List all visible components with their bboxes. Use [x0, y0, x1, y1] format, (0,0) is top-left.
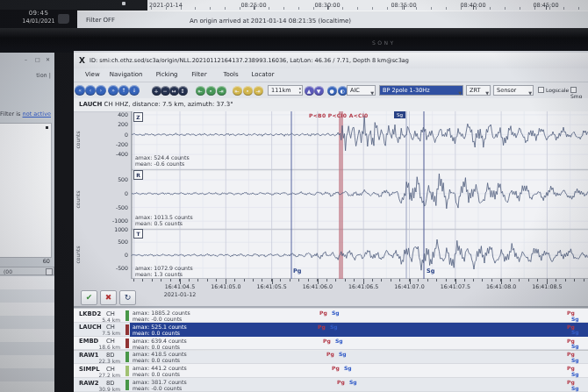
menu-picking[interactable]: Picking [156, 71, 178, 78]
minimize-icon[interactable]: – [25, 56, 27, 62]
event-list-row[interactable] [0, 355, 54, 368]
row-pg-flag[interactable]: Pg [323, 338, 331, 344]
chevron-down-icon[interactable]: ▼ [370, 89, 374, 98]
toolbar-button-0-4[interactable]: ↑ [118, 85, 129, 96]
reject-pick-button[interactable]: ✖ [100, 290, 117, 305]
toolbar-button-1-1[interactable]: − [161, 86, 170, 96]
toolbar-button-3-1[interactable]: • [243, 86, 253, 96]
unit-combo[interactable]: Sensor▼ [493, 85, 534, 96]
list-header-box-icon[interactable] [46, 268, 53, 275]
ytick-label: 500 [104, 239, 128, 245]
ytick-label: -500 [104, 265, 128, 271]
toolbar-button-0-3[interactable]: » [108, 85, 118, 96]
close-icon[interactable]: ✕ [46, 56, 50, 62]
event-list-row[interactable] [0, 368, 54, 381]
panel-divider[interactable] [74, 306, 588, 308]
y-axis-units-label: counts [75, 181, 81, 219]
event-list-row[interactable] [0, 316, 54, 329]
row-pg-flag[interactable]: Pg [337, 379, 345, 385]
spinbox-arrows[interactable]: ▴▾ [299, 86, 301, 95]
origin-arrival-message: An origin arrived at 2021-01-14 08:21:35… [190, 18, 351, 25]
confirm-pick-button[interactable]: ✔ [81, 290, 97, 305]
window-titlebar[interactable]: X ID: smi:ch.ethz.sed/sc3a/origin/NLL.20… [74, 53, 588, 69]
logscale-checkbox[interactable]: Logscale [538, 87, 569, 93]
chevron-down-icon[interactable]: ▼ [485, 89, 489, 98]
time-minor-tick [142, 279, 143, 282]
row-pg-flag[interactable]: Pg [318, 324, 326, 330]
toolbar-button-5-1[interactable]: ◐ [338, 86, 348, 96]
menu-filter[interactable]: Filter [191, 71, 206, 78]
time-minor-tick [280, 279, 281, 282]
tab-label-partial[interactable]: tion | [0, 72, 51, 79]
row-sg-flag[interactable]: Sg [330, 324, 338, 330]
rotation-combo[interactable]: ZRT▼ [466, 85, 491, 96]
smooth-checkbox[interactable]: Smo [570, 87, 588, 99]
sg-flag-badge[interactable]: Sg [394, 111, 405, 118]
event-list-row[interactable] [0, 289, 54, 303]
time-minor-tick [372, 279, 373, 282]
menu-tools[interactable]: Tools [223, 71, 238, 78]
picker-algorithm-combo[interactable]: AIC▼ [347, 85, 376, 96]
relocate-button[interactable]: ↻ [119, 290, 136, 305]
mute-icon [58, 14, 69, 24]
pick-annotation-flags[interactable]: P<B0 P<Cl0 A<Cl0 [309, 112, 369, 118]
event-list-row[interactable] [0, 342, 54, 355]
app-icon: X [79, 56, 85, 65]
checkbox-box[interactable] [538, 87, 544, 93]
pg-phase-label[interactable]: Pg [293, 267, 301, 274]
filter-note-prefix: Filter is [0, 110, 22, 118]
sg-phase-label[interactable]: Sg [427, 267, 434, 274]
row-sg-flag[interactable]: Sg [335, 338, 343, 344]
time-tick-label: 16:41:07.5 [434, 283, 477, 289]
toolbar-button-1-2[interactable]: ↔ [169, 86, 179, 96]
event-list-row[interactable] [0, 276, 54, 289]
mean-label: mean: -0.6 counts [135, 160, 184, 167]
event-list-row[interactable] [0, 329, 54, 342]
event-list-rows[interactable] [0, 276, 54, 392]
toolbar-button-2-1[interactable]: • [206, 86, 216, 96]
map-marker-dot [46, 126, 48, 129]
toolbar-button-2-2[interactable]: ⇥ [217, 86, 226, 96]
toolbar-button-0-1[interactable]: ‹ [85, 85, 96, 96]
ruler-minor-tick [578, 7, 579, 10]
distance-spinbox[interactable]: 111km▴▾ [268, 85, 303, 96]
row-sg-flag[interactable]: Sg [344, 365, 352, 371]
toolbar-button-4-1[interactable]: ▼ [314, 86, 324, 96]
toolbar-button-0-0[interactable]: « [75, 85, 85, 96]
toolbar-button-3-2[interactable]: ⇥ [254, 86, 263, 96]
toolbar-button-4-0[interactable]: ▲ [305, 86, 314, 96]
row-sg-flag[interactable]: Sg [349, 379, 357, 385]
ruler-minor-tick [446, 7, 447, 10]
filter-not-active-link[interactable]: not active [23, 110, 51, 118]
row-pg-flag[interactable]: Pg [319, 310, 327, 316]
monitor-bezel: SONY [0, 28, 588, 53]
menu-navigation[interactable]: Navigation [110, 71, 143, 78]
toolbar-button-5-0[interactable]: ● [327, 86, 337, 96]
toolbar-button-1-3[interactable]: ↕ [178, 86, 188, 96]
filter-combo[interactable]: BP 2pole 1-30Hz▼ [379, 85, 463, 96]
event-list-row[interactable] [0, 303, 54, 316]
row-sg-flag[interactable]: Sg [339, 351, 347, 357]
event-list-row[interactable] [0, 381, 54, 392]
row-pg-flag[interactable]: Pg [332, 365, 340, 371]
checkbox-box[interactable] [570, 87, 577, 93]
toolbar-button-0-5[interactable]: ↓ [129, 85, 140, 96]
time-minor-tick [381, 279, 382, 282]
row-pg-flag[interactable]: Pg [326, 351, 334, 357]
ytick-label: 500 [104, 176, 128, 182]
time-minor-tick [446, 279, 447, 282]
time-minor-tick [556, 279, 556, 282]
toolbar-button-0-2[interactable]: › [96, 85, 106, 96]
toolbar-button-2-0[interactable]: ⇤ [196, 86, 205, 96]
maximize-icon[interactable]: □ [35, 56, 40, 62]
chevron-down-icon[interactable]: ▼ [528, 89, 532, 98]
time-minor-tick [537, 279, 538, 282]
chevron-down-icon[interactable]: ▼ [458, 89, 462, 98]
indicator-dot [122, 2, 125, 5]
row-sg-flag[interactable]: Sg [332, 310, 340, 316]
toolbar-button-3-0[interactable]: ⇤ [233, 86, 242, 96]
menu-locator[interactable]: Locator [251, 71, 274, 78]
toolbar-button-1-0[interactable]: + [152, 86, 161, 96]
station-status-indicator [125, 352, 129, 362]
menu-view[interactable]: View [85, 71, 100, 78]
